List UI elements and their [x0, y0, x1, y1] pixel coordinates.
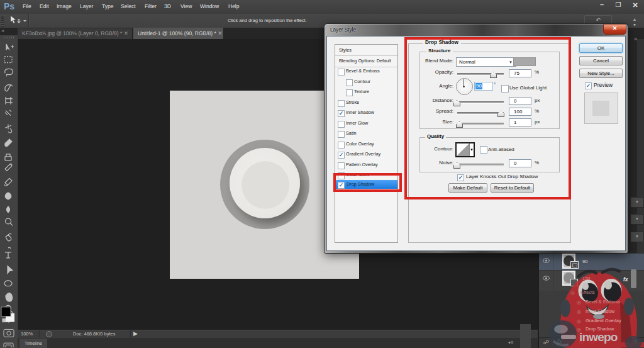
svg-text:inwepo: inwepo [579, 330, 618, 344]
